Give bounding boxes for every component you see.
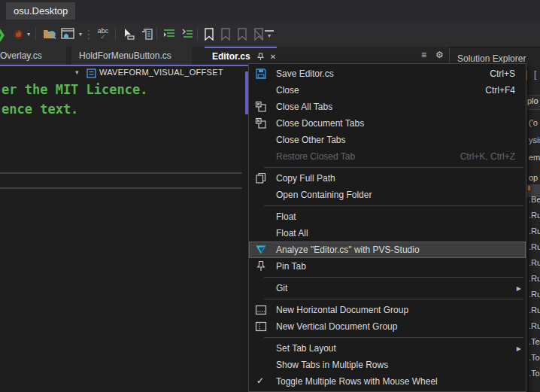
code-line: er the MIT Licence. <box>2 82 147 97</box>
pin-tab-icon[interactable] <box>257 53 264 61</box>
menu-item-set-tab-layout[interactable]: Set Tab Layout ▶ <box>249 340 526 357</box>
menu-item-new-vertical-document-group[interactable]: New Vertical Document Group <box>249 318 526 335</box>
toolbar-divider <box>35 27 36 41</box>
tab-overflow-icon[interactable]: ≡ <box>421 50 426 60</box>
chevron-down-icon[interactable]: ▾ <box>75 68 79 76</box>
tree-item-fragment[interactable]: .Ru <box>529 242 540 251</box>
project-icon-fragment <box>528 186 530 190</box>
find-in-files-icon[interactable] <box>42 26 57 41</box>
code-line: ence text. <box>2 102 78 117</box>
menu-item-float[interactable]: Float <box>249 208 526 225</box>
gear-icon[interactable]: ⚙ <box>435 50 444 60</box>
menu-item-restore-closed-tab: Restore Closed Tab Ctrl+K, Ctrl+Z <box>249 148 526 165</box>
menu-item-save[interactable]: Save Editor.cs Ctrl+S <box>249 65 526 82</box>
clear-bookmarks-icon[interactable] <box>251 26 266 41</box>
menu-item-git[interactable]: Git ▶ <box>249 280 526 296</box>
next-bookmark-icon[interactable] <box>235 26 250 41</box>
panel-title: Solution Explorer <box>457 53 526 64</box>
menu-separator <box>264 167 523 168</box>
menu-item-copy-full-path[interactable]: Copy Full Path <box>249 170 526 187</box>
menu-item-pin-tab[interactable]: Pin Tab <box>249 258 526 275</box>
submenu-arrow-icon: ▶ <box>517 285 521 292</box>
cursor-select-icon[interactable] <box>120 26 137 41</box>
tree-item-fragment[interactable]: .Ru <box>529 274 540 283</box>
run-chevron-icon[interactable]: ❯ <box>0 26 5 41</box>
code-editor[interactable]: er the MIT Licence.ence text. <box>2 80 147 119</box>
spell-check-icon[interactable]: abc ✓ <box>95 26 111 41</box>
menu-item-new-horizontal-document-group[interactable]: New Horizontal Document Group <box>249 302 526 318</box>
menu-separator <box>264 337 523 338</box>
tree-item-fragment[interactable]: .Ru <box>529 290 540 299</box>
copy-document-icon[interactable] <box>138 26 155 41</box>
tab-overlay[interactable]: Overlay.cs <box>0 47 66 65</box>
tree-item-fragment[interactable]: ysis <box>529 135 540 144</box>
tree-item-fragment[interactable]: .Ru <box>529 258 540 267</box>
new-vertical-group-icon <box>255 321 267 333</box>
new-horizontal-group-icon <box>255 304 267 316</box>
menu-separator <box>264 205 523 206</box>
tab-holdformenubutton[interactable]: HoldForMenuButton.cs <box>71 47 192 65</box>
tree-item-fragment[interactable]: .Te <box>529 337 540 346</box>
member-dropdown[interactable]: WAVEFORM_VISUAL_OFFSET <box>99 68 223 77</box>
window-title: osu.Desktop <box>6 2 75 20</box>
toolbar-divider <box>197 27 198 41</box>
tree-item-fragment[interactable]: .Ru <box>529 321 540 330</box>
pvs-studio-icon <box>255 244 267 256</box>
menu-item-float-all[interactable]: Float All <box>249 225 526 242</box>
panel-toolbar-icon-fragment[interactable]: [ <box>534 69 536 80</box>
main-toolbar: ❯ ▾ ▾ ⋮ abc ✓ <box>0 21 540 47</box>
checkmark-icon: ✓ <box>256 375 264 386</box>
menu-item-close-all-tabs[interactable]: Close All Tabs <box>249 99 526 115</box>
menu-item-close[interactable]: Close Ctrl+F4 <box>249 82 526 99</box>
menu-item-open-containing-folder[interactable]: Open Containing Folder <box>249 187 526 203</box>
menu-item-analyze-with-pvs-studio[interactable]: Analyze "Editor.cs" with PVS-Studio <box>249 242 526 258</box>
menu-item-close-document-tabs[interactable]: Close Document Tabs <box>249 115 526 132</box>
search-placeholder-fragment: plo <box>527 96 538 105</box>
menu-item-toggle-multiple-rows-with-mouse-wheel[interactable]: ✓ Toggle Multiple Rows with Mouse Wheel <box>249 373 526 390</box>
tab-context-menu: Save Editor.cs Ctrl+S Close Ctrl+F4 Clos… <box>248 63 526 392</box>
tree-item-fragment[interactable]: em <box>529 153 540 162</box>
tree-item-fragment[interactable]: .Ru <box>529 211 540 220</box>
drag-grip-icon: ⋮ <box>86 26 92 41</box>
toolbar-overflow-icon[interactable]: ▾ <box>265 30 274 39</box>
menu-separator <box>264 299 523 299</box>
hot-reload-dropdown-caret[interactable]: ▾ <box>25 26 32 41</box>
toolbar-divider <box>156 27 157 41</box>
submenu-arrow-icon: ▶ <box>517 345 521 352</box>
menu-item-close-other-tabs[interactable]: Close Other Tabs <box>249 132 526 148</box>
save-icon <box>255 68 267 80</box>
hot-reload-flame-icon[interactable] <box>12 26 24 41</box>
close-document-tabs-icon <box>255 117 267 129</box>
tab-label: Overlay.cs <box>0 50 42 61</box>
close-all-tabs-icon <box>255 101 267 113</box>
navigate-home-icon[interactable] <box>60 26 75 41</box>
menu-item-show-tabs-in-multiple-rows[interactable]: Show Tabs in Multiple Rows <box>249 357 526 373</box>
copy-icon <box>255 172 267 184</box>
tree-item-fragment[interactable]: .Ru <box>529 305 540 315</box>
member-icon <box>86 68 96 78</box>
pin-icon <box>255 260 267 272</box>
close-tab-icon[interactable]: ✕ <box>270 53 276 61</box>
toolbar-divider <box>115 27 116 41</box>
format-document-icon[interactable] <box>179 26 196 41</box>
tree-item-fragment[interactable]: op <box>529 173 538 182</box>
tab-label: HoldForMenuButton.cs <box>79 50 171 61</box>
document-tab-bar: Overlay.cs HoldForMenuButton.cs Editor.c… <box>0 47 449 65</box>
title-bar: osu.Desktop <box>0 0 540 21</box>
indent-icon[interactable] <box>161 26 177 41</box>
menu-separator <box>264 277 523 278</box>
editor-separator-line <box>0 172 242 174</box>
tab-label: Editor.cs <box>212 51 250 62</box>
previous-bookmark-icon[interactable] <box>218 26 233 41</box>
editor-separator-line <box>0 187 242 189</box>
tree-item-fragment[interactable]: .Be <box>529 195 540 204</box>
tree-item-fragment[interactable]: .To <box>529 369 540 378</box>
tree-item-fragment[interactable]: .Ru <box>529 226 540 236</box>
tree-item-fragment[interactable]: ('o <box>529 118 538 127</box>
tab-editor[interactable]: Editor.cs ✕ <box>205 47 277 65</box>
bookmark-icon[interactable] <box>202 26 217 41</box>
tree-item-fragment[interactable]: .To <box>529 353 540 362</box>
vs-window: osu.Desktop ❯ ▾ ▾ ⋮ abc ✓ <box>0 0 540 392</box>
